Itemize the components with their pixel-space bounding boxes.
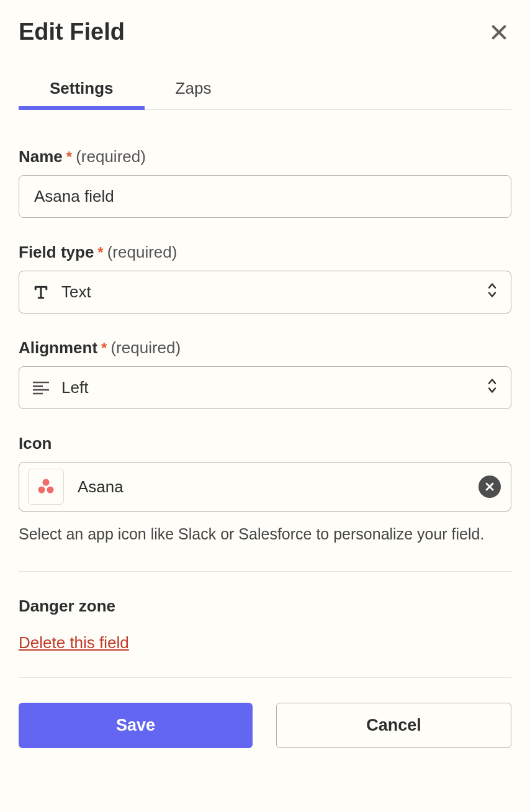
name-input[interactable] [19, 175, 511, 218]
chevron-updown-icon [486, 377, 498, 399]
icon-help-text: Select an app icon like Slack or Salesfo… [19, 523, 511, 546]
tabs: Settings Zaps [19, 70, 511, 110]
x-circle-icon [485, 482, 495, 492]
icon-label-row: Icon [19, 434, 511, 453]
field-type-label: Field type [19, 243, 94, 262]
name-label-row: Name * (required) [19, 147, 511, 166]
required-text: (required) [110, 338, 181, 358]
alignment-group: Alignment * (required) Left [19, 338, 511, 409]
name-label: Name [19, 147, 63, 166]
chevron-updown-icon [486, 281, 498, 303]
tab-settings[interactable]: Settings [19, 70, 145, 109]
field-type-group: Field type * (required) Text [19, 243, 511, 314]
save-button[interactable]: Save [19, 703, 253, 748]
icon-value: Asana [78, 477, 502, 497]
danger-zone-heading: Danger zone [19, 597, 511, 616]
close-icon [489, 22, 509, 42]
icon-label: Icon [19, 434, 52, 453]
text-type-icon [32, 283, 61, 302]
delete-field-link[interactable]: Delete this field [19, 633, 129, 652]
tab-zaps[interactable]: Zaps [145, 70, 243, 109]
svg-point-6 [43, 479, 50, 486]
divider [19, 571, 511, 572]
danger-zone: Danger zone Delete this field [19, 597, 511, 652]
clear-icon-button[interactable] [478, 476, 501, 498]
action-buttons: Save Cancel [19, 703, 511, 748]
required-star: * [66, 148, 72, 166]
alignment-label: Alignment [19, 338, 97, 358]
icon-select[interactable]: Asana [19, 462, 511, 512]
dialog-title: Edit Field [19, 19, 125, 45]
dialog-header: Edit Field [19, 19, 511, 45]
field-type-value: Text [61, 282, 498, 302]
asana-icon [28, 469, 64, 505]
required-text: (required) [76, 147, 146, 166]
required-text: (required) [107, 243, 177, 262]
alignment-select[interactable]: Left [19, 366, 511, 409]
close-button[interactable] [487, 20, 511, 45]
icon-group: Icon Asana Select an app icon like Slack… [19, 434, 511, 546]
cancel-button[interactable]: Cancel [276, 703, 511, 748]
name-field-group: Name * (required) [19, 147, 511, 218]
field-type-select[interactable]: Text [19, 271, 511, 314]
required-star: * [101, 340, 107, 357]
required-star: * [97, 244, 103, 261]
alignment-value: Left [61, 378, 498, 397]
field-type-label-row: Field type * (required) [19, 243, 511, 262]
divider [19, 677, 511, 678]
svg-point-8 [47, 487, 54, 494]
alignment-label-row: Alignment * (required) [19, 338, 511, 358]
svg-point-7 [38, 487, 45, 494]
align-left-icon [32, 380, 61, 396]
